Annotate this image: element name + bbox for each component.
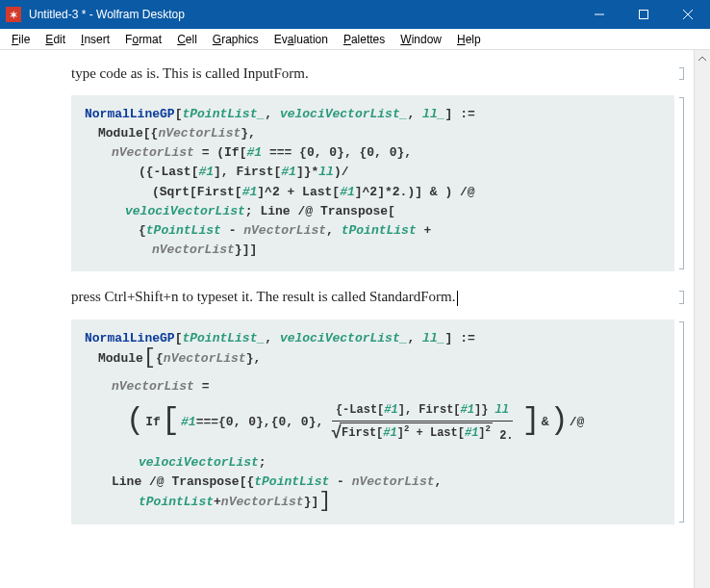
code-cell-standardform[interactable]: NormalLineGP[tPointList_, velociVectorLi… [71, 320, 674, 524]
menu-evaluation[interactable]: Evaluation [266, 31, 336, 48]
menu-help[interactable]: Help [449, 31, 489, 48]
vertical-scrollbar[interactable] [694, 50, 710, 588]
text-cell-2[interactable]: press Ctrl+Shift+n to typeset it. The re… [71, 289, 674, 306]
menubar: File Edit Insert Format Cell Graphics Ev… [0, 29, 710, 50]
menu-graphics[interactable]: Graphics [205, 31, 266, 48]
menu-window[interactable]: Window [393, 31, 449, 48]
code-cell-inputform[interactable]: NormalLineGP[tPointList_, velociVectorLi… [71, 95, 674, 271]
menu-file[interactable]: File [4, 31, 38, 48]
notebook[interactable]: type code as is. This is called InputFor… [0, 50, 694, 588]
minimize-button[interactable] [577, 0, 621, 29]
text-cell-1[interactable]: type code as is. This is called InputFor… [71, 65, 674, 82]
svg-rect-1 [640, 11, 648, 19]
menu-format[interactable]: Format [117, 31, 169, 48]
close-button[interactable] [666, 0, 710, 29]
menu-insert[interactable]: Insert [73, 31, 117, 48]
scroll-up-icon[interactable] [695, 50, 710, 66]
app-icon: ✶ [6, 7, 21, 22]
window-controls [577, 0, 710, 29]
menu-palettes[interactable]: Palettes [336, 31, 393, 48]
maximize-button[interactable] [621, 0, 666, 29]
content-area: type code as is. This is called InputFor… [0, 50, 710, 588]
text-caret [457, 291, 458, 306]
menu-edit[interactable]: Edit [38, 31, 73, 48]
titlebar: ✶ Untitled-3 * - Wolfram Desktop [0, 0, 710, 29]
window-title: Untitled-3 * - Wolfram Desktop [29, 8, 577, 21]
menu-cell[interactable]: Cell [169, 31, 205, 48]
